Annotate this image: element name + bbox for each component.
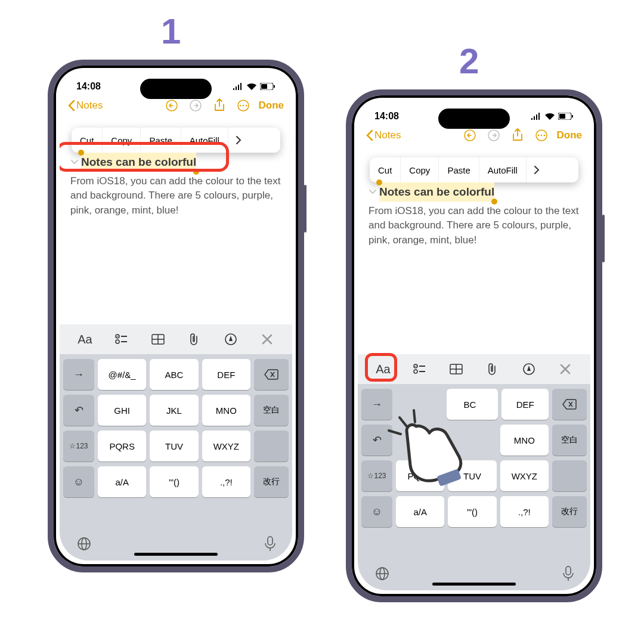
- battery-icon: [260, 83, 275, 90]
- key-enter-top[interactable]: [552, 460, 587, 491]
- back-label: Notes: [374, 129, 401, 141]
- chevron-right-icon: [236, 136, 242, 144]
- note-content[interactable]: Notes can be colorful From iOS18, you ca…: [358, 177, 590, 247]
- undo-button[interactable]: [462, 128, 478, 143]
- text-format-button[interactable]: Aa: [75, 329, 95, 349]
- more-button[interactable]: [534, 128, 549, 143]
- key-r1c1[interactable]: @#/&_: [98, 359, 146, 390]
- key-wxyz[interactable]: WXYZ: [500, 460, 549, 491]
- key-def[interactable]: DEF: [202, 359, 250, 390]
- chevron-down-icon[interactable]: [70, 158, 79, 166]
- note-body[interactable]: From iOS18, you can add the colour to th…: [369, 204, 580, 248]
- back-button[interactable]: Notes: [68, 100, 103, 112]
- share-button[interactable]: [510, 128, 525, 143]
- markup-button[interactable]: [221, 329, 241, 349]
- keyboard: → @#/&_ BC DEF ↶ MNO 空白 ☆123 PQRS TUV WX…: [358, 384, 590, 557]
- globe-button[interactable]: [76, 536, 92, 552]
- redo-button: [486, 128, 501, 143]
- key-undo[interactable]: ↶: [361, 425, 392, 456]
- attachment-button[interactable]: [482, 359, 503, 379]
- key-mno[interactable]: MNO: [202, 395, 250, 426]
- key-quotes[interactable]: '"(): [150, 466, 198, 497]
- back-button[interactable]: Notes: [366, 129, 401, 141]
- chevron-down-icon[interactable]: [369, 188, 377, 196]
- note-title[interactable]: Notes can be colorful: [379, 182, 494, 202]
- key-punct[interactable]: .,?!: [500, 496, 549, 527]
- key-abc[interactable]: ABC: [150, 359, 198, 390]
- svg-point-32: [414, 370, 417, 373]
- svg-point-11: [116, 340, 119, 343]
- svg-rect-20: [268, 537, 273, 545]
- key-enter[interactable]: 改行: [552, 496, 587, 527]
- key-delete[interactable]: [552, 389, 587, 420]
- chevron-left-icon: [68, 100, 75, 111]
- battery-icon: [558, 113, 574, 120]
- step-label-2: 2: [459, 41, 479, 82]
- key-space[interactable]: 空白: [254, 395, 289, 426]
- checklist-button[interactable]: [410, 359, 430, 379]
- close-keyboard-button[interactable]: [257, 329, 277, 349]
- key-quotes[interactable]: '"(): [448, 496, 496, 527]
- svg-rect-1: [261, 84, 267, 89]
- key-mno[interactable]: MNO: [500, 425, 549, 456]
- key-delete[interactable]: [254, 359, 289, 390]
- key-pqrs[interactable]: PQRS: [396, 460, 444, 491]
- mic-icon: [265, 536, 275, 552]
- wifi-icon: [247, 83, 256, 90]
- globe-button[interactable]: [374, 566, 390, 581]
- key-undo[interactable]: ↶: [63, 395, 94, 426]
- globe-icon: [76, 536, 92, 552]
- chevron-left-icon: [366, 130, 373, 141]
- delete-icon: [264, 369, 278, 380]
- note-content[interactable]: Notes can be colorful From iOS18, you ca…: [60, 147, 292, 218]
- status-time: 14:08: [374, 111, 399, 122]
- mic-button[interactable]: [563, 566, 574, 581]
- key-emoji[interactable]: ☺: [361, 496, 392, 527]
- mic-button[interactable]: [265, 536, 275, 552]
- text-format-button[interactable]: Aa: [373, 359, 394, 379]
- key-case[interactable]: a/A: [98, 466, 146, 497]
- dynamic-island: [438, 109, 510, 129]
- key-tab[interactable]: →: [63, 359, 94, 390]
- note-body[interactable]: From iOS18, you can add the colour to th…: [70, 174, 281, 218]
- key-enter-top[interactable]: [254, 431, 289, 462]
- key-def[interactable]: DEF: [501, 389, 549, 420]
- attachment-button[interactable]: [184, 329, 205, 349]
- key-punct[interactable]: .,?!: [202, 466, 250, 497]
- key-jkl[interactable]: JKL: [150, 395, 198, 426]
- key-tuv[interactable]: TUV: [448, 460, 496, 491]
- more-button[interactable]: [236, 98, 251, 113]
- home-indicator[interactable]: [134, 553, 218, 556]
- done-button[interactable]: Done: [259, 100, 284, 112]
- back-label: Notes: [76, 100, 103, 112]
- key-case[interactable]: a/A: [396, 496, 444, 527]
- undo-button[interactable]: [164, 98, 179, 113]
- share-button[interactable]: [212, 98, 227, 113]
- status-time: 14:08: [76, 81, 101, 92]
- key-space[interactable]: 空白: [552, 425, 587, 456]
- markup-button[interactable]: [519, 359, 539, 379]
- key-123[interactable]: ☆123: [361, 460, 392, 491]
- cellular-icon: [233, 83, 243, 90]
- table-button[interactable]: [446, 359, 466, 379]
- home-indicator[interactable]: [432, 583, 516, 586]
- key-123[interactable]: ☆123: [63, 431, 94, 462]
- key-wxyz[interactable]: WXYZ: [202, 431, 250, 462]
- key-ghi[interactable]: GHI: [98, 395, 146, 426]
- key-tab[interactable]: →: [361, 389, 392, 420]
- svg-point-6: [239, 105, 241, 107]
- key-emoji[interactable]: ☺: [63, 466, 94, 497]
- note-title[interactable]: Notes can be colorful: [81, 153, 196, 172]
- globe-icon: [374, 566, 390, 581]
- key-enter[interactable]: 改行: [254, 466, 289, 497]
- done-button[interactable]: Done: [557, 129, 583, 141]
- svg-rect-22: [559, 114, 565, 119]
- checklist-button[interactable]: [112, 329, 132, 349]
- table-button[interactable]: [148, 329, 168, 349]
- svg-point-29: [543, 135, 545, 137]
- key-tuv[interactable]: TUV: [150, 431, 198, 462]
- close-keyboard-button[interactable]: [555, 359, 575, 379]
- key-abc[interactable]: BC: [447, 389, 499, 420]
- key-pqrs[interactable]: PQRS: [98, 431, 146, 462]
- svg-rect-2: [274, 85, 275, 88]
